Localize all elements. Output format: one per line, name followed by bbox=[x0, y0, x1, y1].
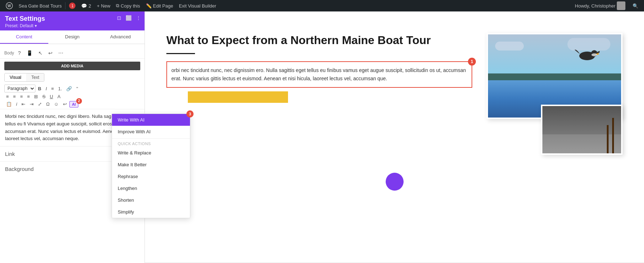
lengthen-item[interactable]: Lengthen bbox=[112, 182, 190, 194]
strikethrough-btn[interactable]: S bbox=[40, 93, 47, 100]
indent-decrease-btn[interactable]: ⇤ bbox=[20, 101, 27, 107]
svg-point-5 bbox=[591, 53, 597, 56]
cloud-1 bbox=[495, 42, 524, 51]
wp-logo[interactable]: W bbox=[3, 0, 16, 11]
collapse-icon[interactable]: ⊡ bbox=[116, 14, 122, 21]
image-column bbox=[487, 33, 623, 155]
page-content: What to Expect from a Northern Maine Boa… bbox=[145, 11, 644, 262]
tab-content[interactable]: Content bbox=[0, 30, 48, 44]
user-avatar bbox=[617, 1, 625, 10]
visual-text-tabs: Visual Text bbox=[4, 73, 44, 82]
blockquote-btn[interactable]: " bbox=[74, 85, 80, 92]
help-icon-btn[interactable]: ? bbox=[16, 49, 23, 57]
text-tab[interactable]: Text bbox=[26, 73, 44, 81]
write-with-ai-item[interactable]: Write With AI bbox=[112, 114, 190, 126]
paragraph-select[interactable]: Paragraph bbox=[4, 85, 35, 92]
cursor-icon-btn[interactable]: ↖ bbox=[36, 49, 44, 57]
badge-2: 2 bbox=[76, 98, 82, 104]
new-button[interactable]: + New bbox=[94, 0, 113, 11]
italic2-btn[interactable]: i bbox=[14, 101, 19, 107]
bold-btn[interactable]: B bbox=[36, 85, 43, 92]
align-justify-btn[interactable]: ≡ bbox=[25, 93, 32, 100]
align-right-btn[interactable]: ≡ bbox=[18, 93, 25, 100]
format-toolbar: Paragraph B I ≡ 1. 🔗 " ≡ ≡ ≡ ≡ ⊞ S U bbox=[0, 83, 145, 109]
link-btn[interactable]: 🔗 bbox=[64, 85, 74, 92]
indent-increase-btn[interactable]: ⇥ bbox=[28, 101, 35, 107]
body-label: Body bbox=[4, 51, 14, 56]
tab-design[interactable]: Design bbox=[48, 30, 97, 44]
user-greeting[interactable]: Howdy, Christopher bbox=[572, 1, 628, 10]
make-better-item[interactable]: Make It Better bbox=[112, 159, 190, 171]
background-label: Background bbox=[5, 166, 34, 172]
link-label: Link bbox=[5, 151, 15, 157]
heading-divider bbox=[166, 53, 195, 54]
fullscreen-btn[interactable]: ⤢ bbox=[36, 101, 44, 107]
header-icon-group: ⊡ ⬜ ⋮ bbox=[116, 14, 142, 21]
shorten-item[interactable]: Shorten bbox=[112, 194, 190, 206]
badge-1: 1 bbox=[468, 58, 476, 66]
update-counter[interactable]: 1 bbox=[66, 0, 78, 11]
expand-icon[interactable]: ⬜ bbox=[125, 14, 132, 21]
underline-btn[interactable]: U bbox=[48, 93, 55, 100]
simplify-item[interactable]: Simplify bbox=[112, 206, 190, 218]
align-left-btn[interactable]: ≡ bbox=[4, 93, 11, 100]
admin-bar-right: Howdy, Christopher 🔍 bbox=[572, 1, 641, 10]
toolbar-row1: Body ? 📱 ↖ ↩ ⋯ bbox=[0, 48, 145, 59]
exit-builder-button[interactable]: Exit Visual Builder bbox=[176, 0, 219, 11]
search-button[interactable]: 🔍 bbox=[630, 3, 641, 9]
second-image bbox=[541, 105, 623, 155]
format-row-2: ≡ ≡ ≡ ≡ ⊞ S U A bbox=[4, 93, 140, 100]
purple-circle-area bbox=[145, 169, 644, 194]
quick-actions-label: Quick Actions bbox=[112, 139, 190, 147]
more-options-icon-btn[interactable]: ⋯ bbox=[57, 49, 65, 57]
page-heading: What to Expect from a Northern Maine Boa… bbox=[166, 33, 472, 47]
special-char-btn[interactable]: Ω bbox=[44, 101, 52, 107]
comment-counter[interactable]: 💬 2 bbox=[78, 0, 94, 11]
bird-svg bbox=[571, 45, 600, 63]
sidebar-preset[interactable]: Preset: Default ▾ bbox=[5, 23, 140, 28]
selected-text-content: orbi nec tincidunt nunc, nec dignissim e… bbox=[171, 66, 467, 83]
menu-divider bbox=[112, 138, 190, 139]
align-center-btn[interactable]: ≡ bbox=[11, 93, 18, 100]
search-icon: 🔍 bbox=[633, 3, 638, 9]
storm-sky bbox=[542, 106, 621, 134]
more-icon[interactable]: ⋮ bbox=[135, 14, 142, 21]
dock-plank-1 bbox=[612, 118, 614, 153]
ordered-list-btn[interactable]: 1. bbox=[57, 85, 64, 92]
unordered-list-btn[interactable]: ≡ bbox=[49, 85, 56, 92]
mobile-icon-btn[interactable]: 📱 bbox=[25, 49, 34, 57]
badge-3: 3 bbox=[186, 110, 194, 118]
separator bbox=[65, 2, 65, 9]
text-column: What to Expect from a Northern Maine Boa… bbox=[166, 33, 472, 106]
content-area: What to Expect from a Northern Maine Boa… bbox=[145, 11, 644, 169]
emoji-btn[interactable]: ☺ bbox=[52, 101, 60, 107]
yellow-bar bbox=[188, 91, 288, 103]
improve-with-ai-item[interactable]: Improve With AI bbox=[112, 126, 190, 138]
tab-advanced[interactable]: Advanced bbox=[96, 30, 145, 44]
undo2-btn[interactable]: ↩ bbox=[61, 101, 69, 107]
format-row-1: Paragraph B I ≡ 1. 🔗 " bbox=[4, 85, 140, 92]
ai-dropdown-menu: 3 Write With AI Improve With AI Quick Ac… bbox=[112, 114, 190, 218]
edit-page-button[interactable]: ✏️ Edit Page bbox=[143, 0, 176, 11]
dock-plank-2 bbox=[607, 125, 609, 153]
color-btn[interactable]: A bbox=[55, 93, 62, 100]
sidebar-tabs: Content Design Advanced bbox=[0, 30, 145, 44]
rephrase-item[interactable]: Rephrase bbox=[112, 171, 190, 182]
purple-circle bbox=[386, 173, 404, 191]
selected-text-box[interactable]: 1 orbi nec tincidunt nunc, nec dignissim… bbox=[166, 61, 472, 88]
visual-tab[interactable]: Visual bbox=[5, 73, 26, 81]
table-btn[interactable]: ⊞ bbox=[32, 93, 40, 100]
main-layout: Text Settings Preset: Default ▾ ⊡ ⬜ ⋮ Co… bbox=[0, 11, 644, 263]
canvas: What to Expect from a Northern Maine Boa… bbox=[145, 11, 644, 263]
paste-btn[interactable]: 📋 bbox=[4, 101, 14, 107]
write-replace-item[interactable]: Write & Replace bbox=[112, 147, 190, 159]
svg-text:W: W bbox=[8, 4, 11, 8]
copy-this-button[interactable]: ⧉ Copy this bbox=[113, 0, 143, 11]
sidebar-header: Text Settings Preset: Default ▾ ⊡ ⬜ ⋮ bbox=[0, 11, 145, 30]
water-bg bbox=[542, 134, 621, 153]
site-name[interactable]: Sea Gate Boat Tours bbox=[16, 0, 64, 11]
format-row-3: 📋 i ⇤ ⇥ ⤢ Ω ☺ ↩ AI 2 bbox=[4, 101, 140, 107]
undo-icon-btn[interactable]: ↩ bbox=[47, 49, 54, 57]
italic-btn[interactable]: I bbox=[44, 85, 49, 92]
add-media-button[interactable]: ADD MEDIA bbox=[4, 62, 140, 70]
